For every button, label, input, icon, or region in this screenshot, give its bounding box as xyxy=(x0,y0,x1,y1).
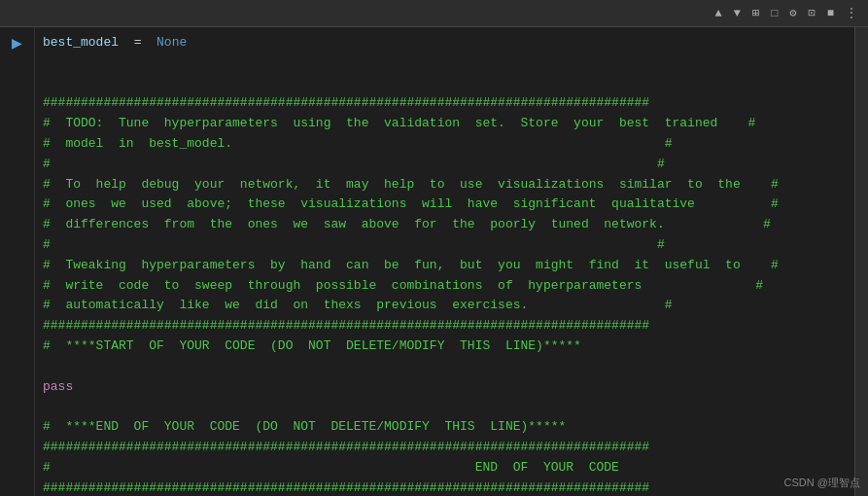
main-container: ▶ best_model = None ####################… xyxy=(0,27,868,496)
comment-line-divider-3: ########################################… xyxy=(43,438,847,458)
toolbar-grid-icon[interactable]: ⊞ xyxy=(749,4,762,22)
toolbar-gear-icon[interactable]: ⚙ xyxy=(786,4,799,22)
toolbar-down-icon[interactable]: ▼ xyxy=(731,5,744,22)
comment-line-debug-3: # differences from the ones we saw above… xyxy=(43,215,847,235)
comment-line-start: # ****START OF YOUR CODE (DO NOT DELETE/… xyxy=(43,337,847,357)
comment-line-divider-4: ########################################… xyxy=(43,478,847,496)
comment-line-todo-1: # TODO: Tune hyperparameters using the v… xyxy=(43,114,847,134)
comment-line-todo-2: # model in best_model. # xyxy=(43,134,847,155)
comment-line-blank-4: # # xyxy=(43,235,847,256)
comment-line-tweak-2: # write code to sweep through possible c… xyxy=(43,276,847,297)
comment-line-end-code: # END OF YOUR CODE xyxy=(43,458,847,478)
code-line-blank-2 xyxy=(43,74,847,94)
code-line-pass: pass xyxy=(43,377,847,398)
comment-line-tweak-3: # automatically like we did on thexs pre… xyxy=(43,296,847,316)
code-line-blank-6 xyxy=(43,397,847,417)
gutter: ▶ xyxy=(0,27,35,496)
comment-line-debug-2: # ones we used above; these visualizatio… xyxy=(43,195,847,215)
comment-line-tweak-1: # Tweaking hyperparameters by hand can b… xyxy=(43,256,847,276)
toolbar-stop-icon[interactable]: ■ xyxy=(824,5,837,22)
code-line-assignment: best_model = None xyxy=(43,33,847,53)
right-sidebar xyxy=(854,27,868,496)
toolbar-up-icon[interactable]: ▲ xyxy=(712,5,724,22)
comment-line-divider-2: ########################################… xyxy=(43,316,847,337)
comment-line-blank-3: # # xyxy=(43,155,847,175)
toolbar-copy-icon[interactable]: ⊡ xyxy=(806,4,818,22)
toolbar-square-icon[interactable]: □ xyxy=(768,5,781,22)
code-line-blank-1 xyxy=(43,53,847,74)
comment-line-end: # ****END OF YOUR CODE (DO NOT DELETE/MO… xyxy=(43,417,847,438)
comment-line-divider-1: ########################################… xyxy=(43,93,847,114)
comment-line-debug-1: # To help debug your network, it may hel… xyxy=(43,175,847,195)
toolbar-more-icon[interactable]: ⋮ xyxy=(843,4,860,22)
code-line-blank-5 xyxy=(43,357,847,377)
run-button[interactable]: ▶ xyxy=(8,33,27,53)
toolbar: ▲ ▼ ⊞ □ ⚙ ⊡ ■ ⋮ xyxy=(0,0,868,27)
watermark: CSDN @理智点 xyxy=(784,476,860,490)
code-editor[interactable]: best_model = None ######################… xyxy=(35,27,854,496)
